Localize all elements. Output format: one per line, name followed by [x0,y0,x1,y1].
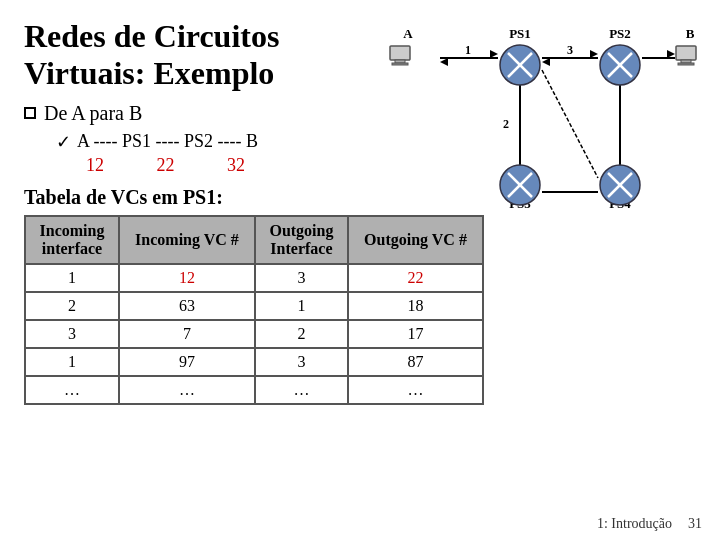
cell-r1-c3: 18 [348,292,483,320]
cell-r0-c0: 1 [25,264,119,292]
svg-text:PS2: PS2 [609,26,631,41]
cell-r0-c1: 12 [119,264,255,292]
table-row: 263118 [25,292,483,320]
svg-text:2: 2 [503,117,509,131]
svg-marker-36 [667,50,675,58]
cell-r4-c0: … [25,376,119,404]
cell-r3-c3: 87 [348,348,483,376]
table-row: ………… [25,376,483,404]
col-header-incoming-vc: Incoming VC # [119,216,255,264]
svg-rect-16 [390,46,410,60]
table-row: 112322 [25,264,483,292]
svg-text:1: 1 [465,43,471,57]
route-num-2: 22 [157,155,175,176]
cell-r2-c0: 3 [25,320,119,348]
svg-rect-18 [392,63,408,65]
bullet-square [24,107,36,119]
cell-r3-c1: 97 [119,348,255,376]
network-diagram: 1 3 2 A PS1 PS2 B PS3 PS4 [380,10,710,230]
cell-r2-c2: 2 [255,320,348,348]
cell-r1-c0: 2 [25,292,119,320]
cell-r4-c1: … [119,376,255,404]
cell-r0-c2: 3 [255,264,348,292]
cell-r3-c0: 1 [25,348,119,376]
footer: 1: Introdução 31 [597,516,702,532]
svg-marker-37 [440,58,448,66]
vc-table: Incominginterface Incoming VC # Outgoing… [24,215,484,405]
footer-page: 31 [688,516,702,532]
cell-r4-c3: … [348,376,483,404]
svg-line-6 [542,70,598,178]
svg-text:PS1: PS1 [509,26,531,41]
cell-r4-c2: … [255,376,348,404]
svg-rect-19 [676,46,696,60]
route-num-3: 32 [227,155,245,176]
cell-r1-c2: 1 [255,292,348,320]
cell-r2-c1: 7 [119,320,255,348]
subtitle-text: De A para B [44,102,142,125]
col-header-outgoing-interface: OutgoingInterface [255,216,348,264]
cell-r2-c3: 17 [348,320,483,348]
table-row: 197387 [25,348,483,376]
table-row: 37217 [25,320,483,348]
svg-text:A: A [403,26,413,41]
slide-title: Redes de Circuitos Virtuais: Exemplo [24,18,364,92]
cell-r1-c1: 63 [119,292,255,320]
svg-marker-34 [490,50,498,58]
slide: Redes de Circuitos Virtuais: Exemplo De … [0,0,720,540]
footer-note: 1: Introdução [597,516,672,532]
checkmark-icon: ✓ [56,131,71,153]
route-num-1: 12 [86,155,104,176]
svg-marker-38 [542,58,550,66]
cell-r3-c2: 3 [255,348,348,376]
svg-marker-35 [590,50,598,58]
route-text: A ---- PS1 ---- PS2 ---- B [77,131,258,152]
svg-text:3: 3 [567,43,573,57]
svg-rect-21 [678,63,694,65]
cell-r0-c3: 22 [348,264,483,292]
col-header-incoming-interface: Incominginterface [25,216,119,264]
svg-text:B: B [686,26,695,41]
